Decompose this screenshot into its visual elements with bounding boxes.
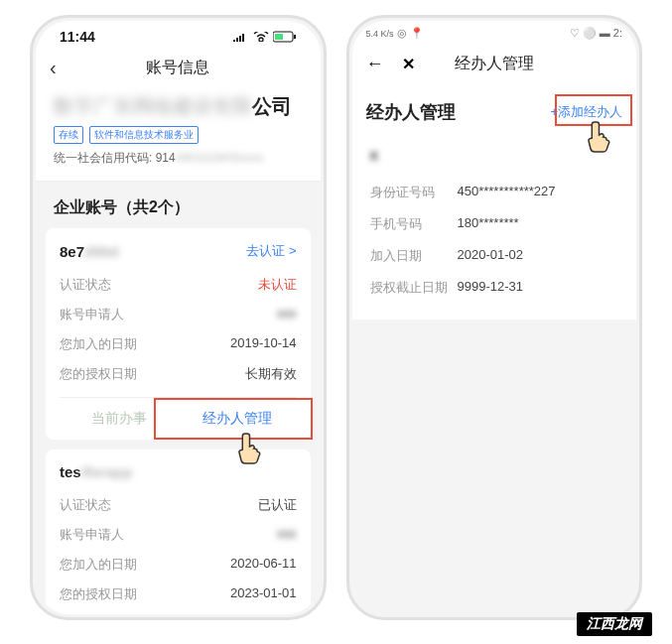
page-title: 经办人管理 [455,54,534,74]
row-phone: 手机号码 180******** [370,208,619,240]
row-auth-status: 认证状态 未认证 [60,270,297,300]
back-icon[interactable]: ← [366,54,384,74]
row-join-date: 您加入的日期 2020-06-11 [60,550,297,580]
row-applicant: 账号申请人 xxx [60,300,297,329]
svg-rect-2 [294,35,296,39]
tags: 存续 软件和信息技术服务业 [54,126,303,144]
current-action[interactable]: 当前办事 [60,398,178,440]
tag-industry: 软件和信息技术服务业 [89,126,199,144]
row-auth-date: 您的授权日期 2023-01-01 [60,580,297,609]
account-card-2: testforapp 认证状态 已认证 账号申请人 xxx 您加入的日期 202… [46,450,311,614]
status-time: 11:44 [60,29,95,45]
row-join-date: 加入日期 2020-01-02 [370,240,619,272]
header: ‹ 账号信息 [36,49,321,89]
header: ← ✕ 经办人管理 [352,44,637,84]
row-id-number: 身份证号码 450***********227 [370,177,619,208]
account-card-1: 8e7d9b0 去认证 > 认证状态 未认证 账号申请人 xxx 您加入的日期 … [46,228,311,440]
card-head: testforapp [60,463,297,490]
svg-rect-1 [275,34,283,40]
status-icons [233,31,297,43]
row-auth-date: 您的授权日期 长期有效 [60,359,297,389]
row-auth-end: 授权截止日期 9999-12-31 [370,272,619,304]
sub-header-title: 经办人管理 [366,100,456,124]
credit-code: 统一社会信用代码: 914440101MA5xxxx [54,150,303,167]
person-name: x [370,140,619,167]
account-id: 8e7d9b0 [60,243,119,260]
status-bar: 5.4 K/s ◎ 📍 ♡ ⚪ ▬ 2: [352,21,637,44]
card-head: 8e7d9b0 去认证 > [60,242,297,270]
account-id: testforapp [60,463,132,480]
status-bar: 11:44 [36,21,321,49]
watermark: 江西龙网 [577,612,652,636]
row-join-date: 您加入的日期 2019-10-14 [60,329,297,359]
sub-header: 经办人管理 +添加经办人 [352,84,637,132]
status-left: 5.4 K/s ◎ 📍 [366,27,424,40]
page-title: 账号信息 [146,58,209,78]
back-icon[interactable]: ‹ [50,57,57,79]
pointer-hand-icon [233,430,263,467]
company-name: 数字广东网络建设有限公司 [54,93,303,120]
person-card: x 身份证号码 450***********227 手机号码 180******… [352,132,637,320]
row-applicant: 账号申请人 xxx [60,520,297,550]
row-auth-status: 认证状态 已认证 [60,490,297,520]
phone-right: 5.4 K/s ◎ 📍 ♡ ⚪ ▬ 2: ← ✕ 经办人管理 经办人管理 +添加… [346,15,643,620]
verify-link[interactable]: 去认证 > [246,242,296,260]
section-title: 企业账号（共2个） [36,182,321,228]
company-block: 数字广东网络建设有限公司 存续 软件和信息技术服务业 统一社会信用代码: 914… [36,89,321,182]
pointer-hand-icon [583,118,612,156]
tag-status: 存续 [54,126,83,144]
phone-left: 11:44 ‹ 账号信息 数字广东网络建设有限公司 存续 软件和信息技术服务业 [30,15,327,620]
close-icon[interactable]: ✕ [402,55,415,73]
status-right: ♡ ⚪ ▬ 2: [570,27,622,40]
